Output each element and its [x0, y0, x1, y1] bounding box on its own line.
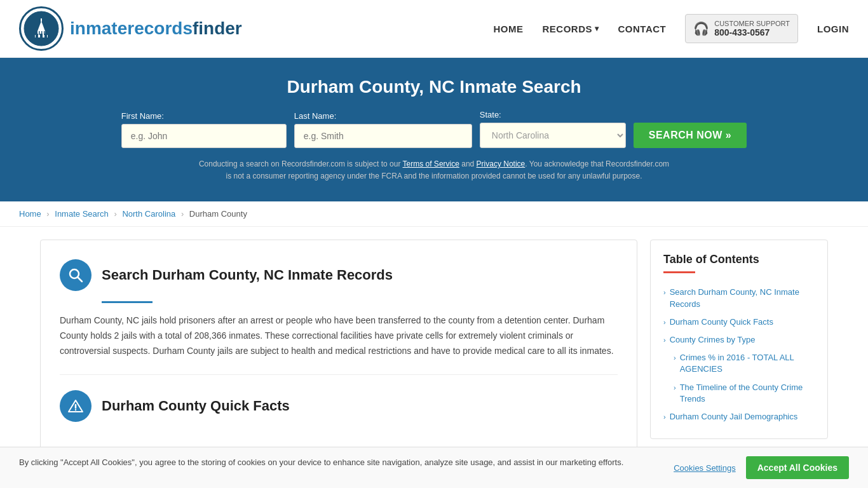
- section-divider: [60, 374, 618, 375]
- customer-support-box[interactable]: 🎧 CUSTOMER SUPPORT 800-433-0567: [685, 14, 798, 43]
- main-nav: HOME RECORDS CONTACT 🎧 CUSTOMER SUPPORT …: [493, 14, 849, 43]
- nav-records[interactable]: RECORDS: [542, 24, 599, 34]
- breadcrumb-current: Durham County: [189, 209, 247, 219]
- toc-chevron-4: ›: [674, 353, 676, 363]
- tos-link[interactable]: Terms of Service: [403, 159, 459, 168]
- toc-box: Table of Contents › Search Durham County…: [650, 240, 828, 439]
- nav-login[interactable]: LOGIN: [817, 24, 849, 34]
- toc-chevron-2: ›: [663, 318, 666, 327]
- main-content: Search Durham County, NC Inmate Records …: [27, 240, 841, 451]
- support-label: CUSTOMER SUPPORT: [714, 20, 790, 27]
- search-form: First Name: Last Name: State: North Caro…: [25, 110, 843, 148]
- support-number: 800-433-0567: [714, 27, 790, 37]
- last-name-group: Last Name:: [294, 111, 472, 148]
- logo-area: inmaterecordsfinder: [19, 6, 242, 51]
- search-circle-icon: [60, 259, 92, 291]
- first-name-label: First Name:: [121, 111, 164, 121]
- state-select[interactable]: North Carolina: [480, 123, 626, 148]
- section2-heading: Durham County Quick Facts: [102, 398, 290, 414]
- section1-text: Durham County, NC jails hold prisoners a…: [60, 313, 618, 358]
- sidebar: Table of Contents › Search Durham County…: [650, 240, 828, 451]
- toc-item-3[interactable]: › County Crimes by Type: [663, 331, 815, 349]
- first-name-group: First Name:: [121, 111, 287, 148]
- nav-contact[interactable]: CONTACT: [618, 24, 667, 34]
- page-title: Durham County, NC Inmate Search: [25, 77, 843, 97]
- breadcrumb-sep-3: ›: [181, 209, 184, 219]
- svg-rect-7: [44, 34, 47, 37]
- cookie-banner: By clicking "Accept All Cookies", you ag…: [0, 447, 868, 464]
- svg-point-16: [75, 409, 76, 410]
- toc-item-6[interactable]: › Durham County Jail Demographics: [663, 408, 815, 426]
- section1-heading: Search Durham County, NC Inmate Records: [102, 267, 393, 283]
- last-name-label: Last Name:: [294, 111, 336, 121]
- svg-rect-9: [39, 31, 40, 35]
- nav-home[interactable]: HOME: [493, 24, 523, 34]
- toc-title: Table of Contents: [663, 253, 815, 266]
- last-name-input[interactable]: [294, 124, 472, 148]
- hero-section: Durham County, NC Inmate Search First Na…: [0, 58, 868, 201]
- svg-rect-10: [41, 31, 43, 35]
- breadcrumb: Home › Inmate Search › North Carolina › …: [0, 201, 868, 227]
- svg-line-13: [78, 277, 82, 281]
- toc-item-2[interactable]: › Durham County Quick Facts: [663, 313, 815, 331]
- toc-item-4[interactable]: › Crimes % in 2016 - TOTAL ALL AGENCIES: [663, 349, 815, 378]
- toc-item-5[interactable]: › The Timeline of the County Crime Trend…: [663, 379, 815, 408]
- section1-title: Search Durham County, NC Inmate Records: [60, 259, 618, 291]
- toc-underline: [663, 271, 695, 273]
- cookies-settings-button[interactable]: Cookies Settings: [674, 463, 736, 464]
- cookie-actions: Cookies Settings Accept All Cookies: [674, 456, 849, 464]
- toc-item-1[interactable]: › Search Durham County, NC Inmate Record…: [663, 283, 815, 313]
- site-header: inmaterecordsfinder HOME RECORDS CONTACT…: [0, 0, 868, 58]
- disclaimer-text: Conducting a search on Recordsfinder.com…: [196, 158, 672, 182]
- search-button[interactable]: SEARCH NOW »: [634, 123, 747, 148]
- site-name: inmaterecordsfinder: [70, 18, 242, 39]
- state-group: State: North Carolina: [480, 110, 626, 148]
- breadcrumb-inmate-search[interactable]: Inmate Search: [55, 209, 109, 219]
- headset-icon: 🎧: [693, 21, 709, 36]
- breadcrumb-north-carolina[interactable]: North Carolina: [122, 209, 175, 219]
- breadcrumb-home[interactable]: Home: [19, 209, 41, 219]
- svg-rect-8: [36, 31, 37, 35]
- accept-cookies-button[interactable]: Accept All Cookies: [746, 456, 849, 464]
- cookie-text: By clicking "Accept All Cookies", you ag…: [19, 456, 661, 464]
- alert-circle-icon: [60, 390, 92, 422]
- section1-underline: [102, 301, 153, 303]
- toc-chevron-3: ›: [663, 336, 666, 345]
- state-label: State:: [480, 110, 501, 119]
- section2-title: Durham County Quick Facts: [60, 390, 618, 422]
- svg-rect-4: [41, 18, 42, 22]
- breadcrumb-sep-1: ›: [46, 209, 49, 219]
- toc-chevron-6: ›: [663, 412, 666, 422]
- breadcrumb-sep-2: ›: [114, 209, 116, 219]
- first-name-input[interactable]: [121, 124, 287, 148]
- toc-chevron-1: ›: [663, 288, 666, 297]
- content-area: Search Durham County, NC Inmate Records …: [40, 240, 637, 451]
- logo-icon: [19, 6, 64, 51]
- svg-rect-11: [44, 31, 45, 35]
- privacy-link[interactable]: Privacy Notice: [477, 159, 526, 168]
- toc-chevron-5: ›: [674, 383, 676, 393]
